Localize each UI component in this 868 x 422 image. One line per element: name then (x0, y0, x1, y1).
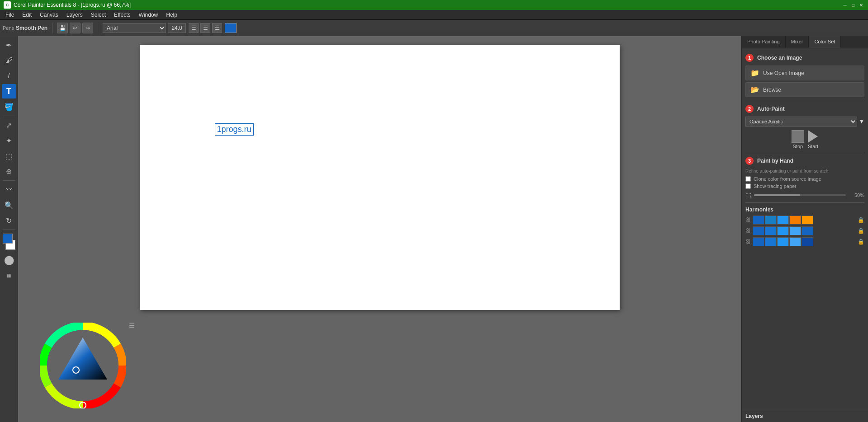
color-wheel-svg[interactable] (40, 323, 126, 408)
harmony-swatch-3-5[interactable] (802, 237, 813, 246)
harmony-swatch-1-3[interactable] (777, 216, 789, 225)
harmony-swatch-2-5[interactable] (802, 226, 813, 235)
color-swatches[interactable] (1, 234, 17, 250)
canvas-text-element[interactable]: 1progs.ru (215, 123, 254, 136)
harmony-swatch-2-4[interactable] (789, 226, 801, 235)
harmony-swatch-3-3[interactable] (777, 237, 789, 246)
harmony-row-3: ⛓ 🔒 (745, 237, 864, 246)
harmony-swatch-2-3[interactable] (777, 226, 789, 235)
harmony-lock-2[interactable]: 🔒 (858, 228, 864, 234)
titlebar-left: C Corel Painter Essentials 8 - [1progs.r… (4, 1, 131, 9)
left-tool-divider-2 (3, 180, 15, 181)
harmony-swatch-3-4[interactable] (789, 237, 801, 246)
harmony-swatch-1-4[interactable] (789, 216, 801, 225)
tool-text[interactable]: T (2, 84, 16, 98)
section-divider-3 (745, 202, 864, 203)
color-wheel-container[interactable]: ☰ (40, 323, 130, 413)
tool-shape[interactable]: ✦ (2, 133, 16, 148)
menu-canvas[interactable]: Canvas (36, 11, 62, 19)
harmony-lock-1[interactable]: 🔒 (858, 217, 864, 223)
tool-transform[interactable]: ⤢ (2, 118, 16, 132)
tool-rotate[interactable]: ↻ (2, 213, 16, 228)
harmony-icon-2[interactable]: ⛓ (745, 228, 751, 234)
harmony-swatch-2-1[interactable] (753, 226, 764, 235)
font-tools: Arial (103, 23, 186, 33)
use-open-image-button[interactable]: 📁 Use Open Image (745, 66, 864, 80)
autopaint-dropdown-row: Opaque Acrylic ▼ (745, 117, 864, 127)
minimize-button[interactable]: ─ (842, 2, 848, 8)
harmony-swatch-2-2[interactable] (765, 226, 777, 235)
stop-start-row: Stop Start (745, 130, 864, 149)
menu-file[interactable]: File (2, 11, 18, 19)
tool-paint-bucket[interactable]: 🪣 (2, 99, 16, 114)
tool-eraser[interactable]: / (2, 69, 16, 83)
tool-zoom[interactable]: 🔍 (2, 198, 16, 212)
tool-color-circle[interactable]: ⬤ (2, 253, 16, 267)
harmony-swatch-1-5[interactable] (802, 216, 813, 225)
tracing-paper-checkbox[interactable] (745, 183, 751, 189)
redo-button[interactable]: ↪ (82, 23, 93, 33)
section2-header: 2 Auto-Paint (745, 105, 864, 113)
tab-color-set[interactable]: Color Set (809, 36, 841, 48)
font-size-input[interactable] (168, 23, 186, 33)
harmony-lock-3[interactable]: 🔒 (858, 239, 864, 245)
titlebar-controls[interactable]: ─ □ ✕ (842, 2, 864, 8)
file-tools: 💾 ↩ ↪ (57, 23, 93, 33)
menu-help[interactable]: Help (162, 11, 181, 19)
browse-button[interactable]: 📂 Browse (745, 82, 864, 97)
tool-smear[interactable]: 〰 (2, 183, 16, 197)
menu-window[interactable]: Window (135, 11, 162, 19)
section1-title: Choose an Image (757, 55, 802, 61)
tool-info: Pens Smooth Pen (3, 25, 47, 31)
align-left-button[interactable]: ☰ (189, 23, 199, 33)
main-canvas[interactable]: 1progs.ru (140, 45, 620, 310)
close-button[interactable]: ✕ (858, 2, 864, 8)
undo-button[interactable]: ↩ (70, 23, 81, 33)
harmony-swatch-1-1[interactable] (753, 216, 764, 225)
start-button[interactable]: Start (808, 130, 818, 149)
opacity-bar[interactable] (754, 194, 846, 196)
toolbar: Pens Smooth Pen 💾 ↩ ↪ Arial ☰ ☰ ☰ (0, 20, 868, 36)
menu-effects[interactable]: Effects (110, 11, 134, 19)
harmonies-section: Harmonies ⛓ 🔒 ⛓ (745, 206, 864, 246)
section1-number: 1 (745, 54, 754, 62)
harmony-icon-3[interactable]: ⛓ (745, 239, 751, 245)
foreground-color-swatch[interactable] (3, 234, 13, 244)
save-button[interactable]: 💾 (57, 23, 68, 33)
opacity-icon: ⬚ (745, 192, 751, 199)
toolbar-divider-2 (98, 23, 98, 33)
autopaint-style-select[interactable]: Opaque Acrylic (745, 117, 857, 127)
menu-edit[interactable]: Edit (19, 11, 35, 19)
opacity-fill (754, 194, 800, 196)
tab-mixer[interactable]: Mixer (786, 36, 809, 48)
menu-layers[interactable]: Layers (63, 11, 86, 19)
font-select[interactable]: Arial (103, 23, 166, 33)
section-divider-1 (745, 101, 864, 101)
tool-name-label: Smooth Pen (16, 25, 47, 31)
section3-number: 3 (745, 157, 754, 165)
stop-button[interactable]: Stop (792, 130, 804, 149)
harmony-row-1: ⛓ 🔒 (745, 216, 864, 225)
section3-header: 3 Paint by Hand (745, 157, 864, 165)
harmony-swatch-3-1[interactable] (753, 237, 764, 246)
align-right-button[interactable]: ☰ (212, 23, 222, 33)
color-wheel-menu-icon[interactable]: ☰ (129, 322, 135, 329)
tab-photo-painting[interactable]: Photo Painting (742, 36, 786, 48)
menu-select[interactable]: Select (87, 11, 109, 19)
clone-color-checkbox[interactable] (745, 176, 751, 182)
harmony-icon-1[interactable]: ⛓ (745, 217, 751, 223)
left-toolbar: ✒ 🖌 / T 🪣 ⤢ ✦ ⬚ ⊕ 〰 🔍 ↻ ⬤ ▦ (0, 36, 18, 422)
harmony-swatch-3-2[interactable] (765, 237, 777, 246)
maximize-button[interactable]: □ (850, 2, 856, 8)
harmony-swatches-1 (753, 216, 856, 225)
harmony-swatch-1-2[interactable] (765, 216, 777, 225)
tool-selection[interactable]: ⬚ (2, 149, 16, 163)
tool-lasso[interactable]: ⊕ (2, 164, 16, 178)
tool-pen[interactable]: ✒ (2, 38, 16, 52)
section-divider-2 (745, 153, 864, 153)
tool-brush[interactable]: 🖌 (2, 53, 16, 68)
stop-label: Stop (793, 144, 803, 149)
color-swatch[interactable] (225, 23, 237, 33)
align-center-button[interactable]: ☰ (200, 23, 210, 33)
tool-pattern[interactable]: ▦ (2, 268, 16, 282)
